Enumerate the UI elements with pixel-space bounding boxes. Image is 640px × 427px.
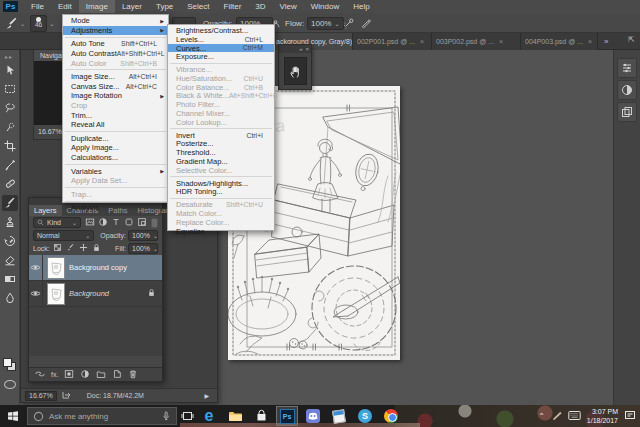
menubar-item-help[interactable]: Help — [346, 0, 376, 13]
move-tool[interactable] — [2, 62, 18, 78]
menu-item-color-lookup[interactable]: Color Lookup... — [168, 118, 274, 127]
tab-close-icon[interactable]: × — [499, 38, 503, 45]
lock-pixels-icon[interactable] — [66, 243, 75, 254]
tray-chevron-icon[interactable]: ⌃ — [538, 412, 545, 421]
export-arrow-icon[interactable] — [62, 391, 71, 400]
menu-item-photo-filter[interactable]: Photo Filter... — [168, 100, 274, 109]
task-view-icon[interactable] — [176, 406, 198, 426]
flow-dropdown[interactable]: 100%⌄ — [307, 13, 344, 33]
layer-mask-icon[interactable] — [64, 369, 74, 381]
floating-tool-panel[interactable]: «× — [278, 44, 312, 90]
brush-preset-picker[interactable]: 46 ⌄ — [30, 13, 54, 33]
blend-mode-dropdown[interactable]: Normal⌄ — [33, 230, 94, 241]
pen-tray-icon[interactable] — [551, 407, 562, 425]
tab-layers[interactable]: Layers — [29, 205, 62, 216]
cortana-search-box[interactable]: Ask me anything — [27, 407, 177, 425]
menu-item-hdr-toning[interactable]: HDR Toning... — [168, 188, 274, 197]
menu-item-replace-color[interactable]: Replace Color... — [168, 218, 274, 227]
menubar-item-window[interactable]: Window — [304, 0, 346, 13]
eye-icon[interactable] — [29, 255, 43, 281]
healing-brush-tool[interactable] — [2, 176, 18, 192]
photoshop-logo[interactable]: Ps — [3, 1, 18, 12]
menu-item-reveal-all[interactable]: Reveal All — [63, 120, 168, 130]
adjustment-filter-icon[interactable] — [98, 217, 108, 229]
menu-item-canvas-size[interactable]: Canvas Size...Alt+Ctrl+C — [63, 82, 168, 92]
zoom-level-field[interactable]: 16.67% — [25, 391, 57, 401]
layer-group-icon[interactable] — [96, 369, 106, 381]
menu-item-apply-data-set[interactable]: Apply Data Set... — [63, 176, 168, 186]
skype-icon[interactable]: S — [354, 406, 376, 426]
quick-select-tool[interactable] — [2, 119, 18, 135]
menu-item-trim[interactable]: Trim... — [63, 110, 168, 120]
menu-item-adjustments[interactable]: Adjustments▶ — [63, 26, 168, 36]
photoshop-icon[interactable]: Ps — [276, 406, 298, 426]
layer-filter-dropdown[interactable]: Kind⌄ — [33, 217, 81, 228]
menu-item-duplicate[interactable]: Duplicate... — [63, 134, 168, 144]
eyedropper-tool[interactable] — [2, 157, 18, 173]
clone-stamp-tool[interactable] — [2, 214, 18, 230]
menu-item-image-rotation[interactable]: Image Rotation▶ — [63, 91, 168, 101]
type-filter-icon[interactable] — [111, 217, 121, 229]
menu-item-hue-saturation[interactable]: Hue/Saturation...Ctrl+U — [168, 74, 274, 83]
hand-icon[interactable] — [284, 57, 307, 85]
lock-all-icon[interactable] — [92, 243, 101, 254]
layer-thumbnail[interactable] — [47, 283, 65, 305]
menu-item-trap[interactable]: Trap... — [63, 190, 168, 200]
menubar-item-filter[interactable]: Filter — [217, 0, 249, 13]
workspace-collapse-icon[interactable]: ⇱ — [628, 35, 635, 44]
lasso-tool[interactable] — [2, 100, 18, 116]
opacity-dropdown[interactable]: 100%⌄ — [128, 230, 158, 241]
toolbar-grip[interactable]: ▸▸ — [5, 53, 13, 60]
filter-toggle[interactable] — [151, 218, 158, 228]
menu-item-auto-color[interactable]: Auto ColorShift+Ctrl+B — [63, 58, 168, 68]
lock-position-icon[interactable] — [79, 243, 88, 254]
discord-icon[interactable] — [302, 406, 324, 426]
edge-icon[interactable]: e — [198, 406, 220, 426]
color-panel-icon[interactable] — [617, 58, 637, 78]
menu-item-auto-contrast[interactable]: Auto ContrastAlt+Shift+Ctrl+L — [63, 49, 168, 59]
menu-item-threshold[interactable]: Threshold... — [168, 148, 274, 157]
start-button[interactable] — [0, 405, 26, 427]
menu-item-match-color[interactable]: Match Color... — [168, 209, 274, 218]
menu-item-levels[interactable]: Levels...Ctrl+L — [168, 35, 274, 44]
layer-name[interactable]: Background copy — [69, 263, 127, 272]
menu-item-vibrance[interactable]: Vibrance... — [168, 65, 274, 74]
notes-icon[interactable] — [328, 406, 350, 426]
document-tab[interactable]: 003P002.psd @ ...× — [432, 33, 521, 50]
libraries-panel-icon[interactable] — [617, 102, 637, 122]
menu-item-analysis[interactable]: Analysis▶ — [63, 203, 168, 213]
action-center-icon[interactable] — [624, 407, 636, 425]
menu-item-desaturate[interactable]: DesaturateShift+Ctrl+U — [168, 200, 274, 209]
eraser-tool[interactable] — [2, 252, 18, 268]
menu-item-gradient-map[interactable]: Gradient Map... — [168, 157, 274, 166]
status-options-arrow[interactable]: ▶ — [204, 392, 209, 399]
touch-keyboard-icon[interactable] — [568, 407, 581, 425]
tab-overflow-button[interactable]: » — [600, 33, 612, 50]
document-tab[interactable]: 004P003.psd @ ...× — [521, 33, 598, 50]
menu-item-apply-image[interactable]: Apply Image... — [63, 143, 168, 153]
tab-close-icon[interactable]: × — [588, 38, 592, 45]
shape-filter-icon[interactable] — [124, 217, 134, 229]
crop-tool[interactable] — [2, 138, 18, 154]
brush-tool-options-icon[interactable]: ⌄ — [5, 13, 25, 33]
menu-item-variables[interactable]: Variables▶ — [63, 166, 168, 176]
smart-object-filter-icon[interactable] — [137, 217, 147, 229]
new-layer-icon[interactable] — [112, 369, 122, 381]
eye-icon[interactable] — [29, 281, 43, 307]
menu-item-brightness-contrast[interactable]: Brightness/Contrast... — [168, 26, 274, 35]
layer-row[interactable]: Background — [29, 281, 162, 307]
menubar-item-image[interactable]: Image — [79, 0, 115, 13]
color-swatches[interactable] — [3, 358, 17, 372]
menubar-item-edit[interactable]: Edit — [51, 0, 79, 13]
quick-mask-icon[interactable] — [4, 380, 16, 389]
menu-item-equalize[interactable]: Equalize — [168, 227, 274, 236]
collapse-icon[interactable]: « — [299, 46, 302, 52]
tab-close-icon[interactable]: × — [420, 38, 424, 45]
airbrush-icon[interactable] — [343, 13, 354, 33]
menu-item-invert[interactable]: InvertCtrl+I — [168, 131, 274, 140]
gradient-tool[interactable] — [2, 271, 18, 287]
link-layers-icon[interactable] — [35, 369, 45, 381]
store-icon[interactable] — [250, 406, 272, 426]
pen-pressure-size-icon[interactable] — [361, 13, 372, 33]
adjustments-panel-icon[interactable] — [617, 80, 637, 100]
